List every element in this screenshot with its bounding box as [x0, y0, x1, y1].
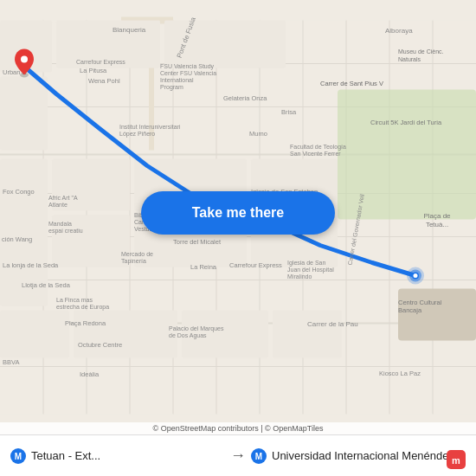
- svg-text:Fox Congo: Fox Congo: [3, 188, 35, 196]
- svg-text:ción Wang: ción Wang: [2, 235, 32, 243]
- svg-rect-34: [0, 311, 69, 358]
- svg-point-100: [21, 56, 28, 63]
- svg-text:Juan del Hospital: Juan del Hospital: [287, 267, 334, 273]
- svg-text:Centro Cultural: Centro Cultural: [398, 299, 442, 306]
- svg-text:Brisa: Brisa: [281, 108, 297, 116]
- station-to: M Universidad Internacional Menénde...: [251, 448, 466, 464]
- svg-rect-37: [273, 311, 342, 358]
- svg-text:Carrer de la Pau: Carrer de la Pau: [307, 320, 358, 328]
- svg-text:Mandala: Mandala: [48, 221, 72, 227]
- svg-text:Program: Program: [160, 84, 183, 91]
- svg-text:López Piñero: López Piñero: [119, 131, 155, 138]
- svg-text:M: M: [15, 452, 22, 461]
- svg-text:Carrefour Express: Carrefour Express: [76, 59, 125, 66]
- svg-rect-38: [398, 289, 476, 341]
- svg-text:Gelateria Onza: Gelateria Onza: [223, 94, 267, 102]
- from-station-label: Tetuan - Ext...: [31, 449, 100, 462]
- map-attribution: © OpenStreetMap contributors | © OpenMap…: [0, 422, 476, 434]
- svg-text:Llotja de la Seda: Llotja de la Seda: [22, 281, 71, 289]
- svg-text:Tetuà...: Tetuà...: [426, 221, 448, 228]
- metro-icon: M: [10, 448, 26, 464]
- svg-text:Plaça Redona: Plaça Redona: [65, 319, 106, 327]
- svg-text:Ideàlia: Ideàlia: [80, 370, 100, 378]
- bottom-bar: M Tetuan - Ext... → M Universidad Intern…: [0, 434, 476, 476]
- svg-text:Circuit 5K Jardí del Turia: Circuit 5K Jardí del Turia: [370, 119, 442, 126]
- moovit-logo: m: [447, 450, 466, 469]
- svg-text:Iglesia de San: Iglesia de San: [287, 260, 325, 267]
- svg-text:Facultad de Teología: Facultad de Teología: [290, 144, 346, 151]
- svg-text:Alboraya: Alboraya: [385, 27, 413, 35]
- to-station-label: Universidad Internacional Menénde...: [272, 449, 458, 462]
- svg-text:Museu de Ciènc.: Museu de Ciènc.: [398, 48, 444, 55]
- svg-text:International: International: [160, 77, 194, 83]
- destination-metro-icon: M: [251, 448, 267, 464]
- svg-rect-26: [0, 77, 48, 151]
- svg-text:Bancaja: Bancaja: [398, 306, 422, 314]
- svg-text:Plaça de: Plaça de: [423, 212, 451, 220]
- svg-text:Wena Pohl: Wena Pohl: [88, 77, 120, 85]
- app: Blanqueria Pont de Fusia Carrer de Sant …: [0, 0, 476, 476]
- svg-text:m: m: [452, 455, 460, 466]
- moovit-icon: m: [447, 450, 466, 469]
- take-me-there-button[interactable]: Take me there: [141, 191, 335, 235]
- svg-text:FSU Valencia Study: FSU Valencia Study: [160, 63, 215, 70]
- svg-text:Kiosco La Paz: Kiosco La Paz: [379, 370, 421, 377]
- svg-text:Octubre Centre: Octubre Centre: [78, 341, 122, 349]
- svg-text:Carrer de Sant Pius V: Carrer de Sant Pius V: [320, 80, 383, 87]
- svg-text:de Dos Aguas: de Dos Aguas: [169, 332, 207, 339]
- svg-text:Tapinería: Tapinería: [121, 258, 146, 265]
- svg-text:M: M: [255, 452, 262, 461]
- svg-text:Afric Art "A: Afric Art "A: [48, 195, 78, 201]
- svg-text:Torre del Micalet: Torre del Micalet: [173, 238, 222, 246]
- svg-point-104: [414, 273, 418, 278]
- svg-text:Mumo: Mumo: [249, 130, 267, 138]
- svg-text:Atlante: Atlante: [48, 202, 68, 208]
- svg-text:La Pitusa: La Pitusa: [80, 67, 107, 74]
- svg-text:espai creatiu: espai creatiu: [48, 228, 83, 235]
- svg-text:La lonja de la Seda: La lonja de la Seda: [3, 261, 59, 269]
- svg-text:San Vicente Ferrer: San Vicente Ferrer: [290, 151, 341, 157]
- svg-text:estrecha de Europa: estrecha de Europa: [56, 304, 109, 311]
- station-from: M Tetuan - Ext...: [10, 448, 225, 464]
- svg-text:Palacio del Marques: Palacio del Marques: [169, 325, 224, 332]
- svg-text:Mercado de: Mercado de: [121, 251, 153, 257]
- svg-text:La Finca mas: La Finca mas: [56, 297, 93, 303]
- svg-text:La Reina: La Reina: [190, 263, 217, 271]
- svg-text:Institut Interuniversitari: Institut Interuniversitari: [119, 124, 181, 130]
- svg-text:Carrefour Express: Carrefour Express: [229, 261, 282, 269]
- svg-text:Naturals: Naturals: [398, 56, 421, 62]
- svg-text:Blanqueria: Blanqueria: [113, 26, 146, 34]
- svg-text:Miralindo: Miralindo: [287, 273, 312, 280]
- svg-rect-35: [74, 311, 177, 358]
- arrow-icon: →: [225, 447, 251, 465]
- svg-text:Center FSU Valencia: Center FSU Valencia: [160, 70, 216, 76]
- map-container: Blanqueria Pont de Fusia Carrer de Sant …: [0, 0, 476, 434]
- svg-text:BBVA: BBVA: [3, 358, 19, 366]
